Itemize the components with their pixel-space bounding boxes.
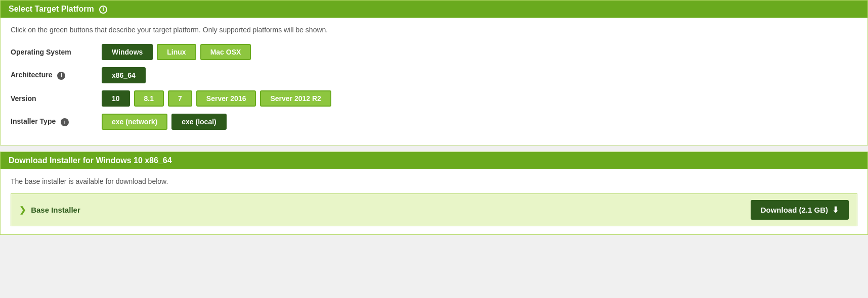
arch-label: Architecture i bbox=[11, 71, 102, 79]
base-installer-text: Base Installer bbox=[31, 206, 80, 214]
download-section: Download Installer for Windows 10 x86_64… bbox=[0, 152, 868, 235]
os-label: Operating System bbox=[11, 48, 102, 56]
version-label: Version bbox=[11, 94, 102, 103]
os-linux-button[interactable]: Linux bbox=[157, 44, 196, 60]
arch-x86-64-button[interactable]: x86_64 bbox=[102, 67, 146, 83]
os-row: Operating System Windows Linux Mac OSX bbox=[11, 44, 857, 60]
version-row: Version 10 8.1 7 Server 2016 Server 2012… bbox=[11, 90, 857, 107]
select-platform-header: Select Target Platform i bbox=[1, 1, 867, 18]
download-title: Download Installer for Windows 10 x86_64 bbox=[9, 156, 172, 165]
arch-info-icon[interactable]: i bbox=[57, 72, 65, 80]
instruction-text: Click on the green buttons that describe… bbox=[11, 26, 857, 34]
installer-type-row: Installer Type i exe (network) exe (loca… bbox=[11, 114, 857, 130]
version-server2016-button[interactable]: Server 2016 bbox=[196, 90, 256, 107]
os-windows-button[interactable]: Windows bbox=[102, 44, 153, 60]
base-installer-label: ❯ Base Installer bbox=[19, 205, 80, 215]
select-platform-info-icon[interactable]: i bbox=[99, 6, 107, 14]
version-10-button[interactable]: 10 bbox=[102, 90, 130, 107]
os-btn-group: Windows Linux Mac OSX bbox=[102, 44, 251, 60]
installer-exe-network-button[interactable]: exe (network) bbox=[102, 114, 167, 130]
arch-row: Architecture i x86_64 bbox=[11, 67, 857, 83]
installer-type-btn-group: exe (network) exe (local) bbox=[102, 114, 227, 130]
download-body: The base installer is available for down… bbox=[1, 169, 867, 234]
version-81-button[interactable]: 8.1 bbox=[134, 90, 164, 107]
download-icon: ⬇ bbox=[832, 205, 839, 215]
download-header: Download Installer for Windows 10 x86_64 bbox=[1, 152, 867, 169]
arch-btn-group: x86_64 bbox=[102, 67, 146, 83]
download-description: The base installer is available for down… bbox=[11, 177, 857, 185]
select-platform-body: Click on the green buttons that describe… bbox=[1, 18, 867, 145]
base-installer-row: ❯ Base Installer Download (2.1 GB) ⬇ bbox=[11, 193, 857, 226]
download-button[interactable]: Download (2.1 GB) ⬇ bbox=[751, 200, 849, 220]
os-macosx-button[interactable]: Mac OSX bbox=[200, 44, 251, 60]
version-7-button[interactable]: 7 bbox=[168, 90, 192, 107]
chevron-icon: ❯ bbox=[19, 206, 26, 214]
select-platform-section: Select Target Platform i Click on the gr… bbox=[0, 0, 868, 145]
select-platform-title: Select Target Platform bbox=[9, 5, 94, 13]
installer-type-info-icon[interactable]: i bbox=[61, 118, 69, 126]
version-server2012r2-button[interactable]: Server 2012 R2 bbox=[260, 90, 331, 107]
download-label: Download (2.1 GB) bbox=[761, 206, 828, 214]
installer-type-label: Installer Type i bbox=[11, 117, 102, 126]
installer-exe-local-button[interactable]: exe (local) bbox=[171, 114, 226, 130]
version-btn-group: 10 8.1 7 Server 2016 Server 2012 R2 bbox=[102, 90, 331, 107]
